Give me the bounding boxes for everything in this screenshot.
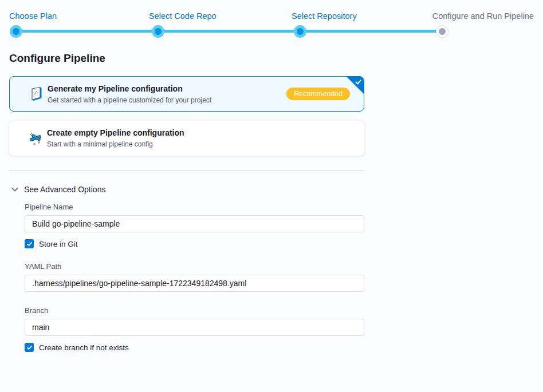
step-dot-core (155, 28, 162, 35)
step-dot-core (439, 28, 446, 35)
card-title: Generate my Pipeline configuration (48, 84, 211, 93)
step-dot-configure-run (436, 25, 448, 38)
create-branch-label: Create branch if not exists (39, 343, 129, 352)
card-subtitle: Get started with a pipeline customized f… (48, 96, 211, 104)
step-dot-select-repository[interactable] (294, 25, 306, 38)
create-branch-row: Create branch if not exists (25, 343, 129, 352)
advanced-options-toggle[interactable]: See Advanced Options (10, 185, 105, 194)
pipeline-name-label: Pipeline Name (25, 203, 73, 211)
advanced-options-label: See Advanced Options (24, 185, 105, 194)
pipeline-config-icon (27, 85, 45, 103)
yaml-path-label: YAML Path (25, 262, 61, 271)
store-in-git-row: Store in Git (25, 239, 78, 248)
stepper-progress-line (16, 30, 442, 33)
option-card-generate-pipeline[interactable]: Generate my Pipeline configuration Get s… (9, 76, 364, 112)
branch-input[interactable] (25, 319, 364, 336)
card-title: Create empty Pipeline configuration (47, 128, 184, 137)
step-select-repository[interactable]: Select Repository (292, 11, 357, 21)
step-dot-choose-plan[interactable] (10, 25, 22, 38)
chevron-down-icon (10, 185, 19, 194)
pipeline-name-input[interactable] (25, 215, 364, 232)
yaml-path-input[interactable] (25, 275, 364, 292)
section-divider (9, 170, 364, 171)
step-select-code-repo[interactable]: Select Code Repo (149, 11, 217, 21)
configure-pipeline-page: Choose Plan Select Code Repo Select Repo… (0, 0, 543, 392)
store-in-git-checkbox[interactable] (25, 239, 34, 248)
create-branch-checkbox[interactable] (25, 343, 34, 352)
option-card-empty-pipeline[interactable]: Create empty Pipeline configuration Star… (9, 121, 364, 156)
card-text-block: Create empty Pipeline configuration Star… (47, 128, 184, 148)
recommended-badge: Recommended (286, 88, 350, 100)
step-configure-run-pipeline: Configure and Run Pipeline (432, 11, 534, 21)
step-dot-core (13, 28, 19, 35)
branch-label: Branch (25, 306, 48, 315)
step-dot-select-code-repo[interactable] (152, 25, 164, 38)
step-dot-core (297, 28, 304, 35)
store-in-git-label: Store in Git (39, 240, 78, 248)
magic-wand-icon (26, 129, 45, 148)
card-text-block: Generate my Pipeline configuration Get s… (48, 84, 211, 104)
card-subtitle: Start with a minimal pipeline config (47, 140, 184, 148)
step-choose-plan[interactable]: Choose Plan (9, 11, 57, 21)
page-title: Configure Pipeline (9, 52, 105, 65)
